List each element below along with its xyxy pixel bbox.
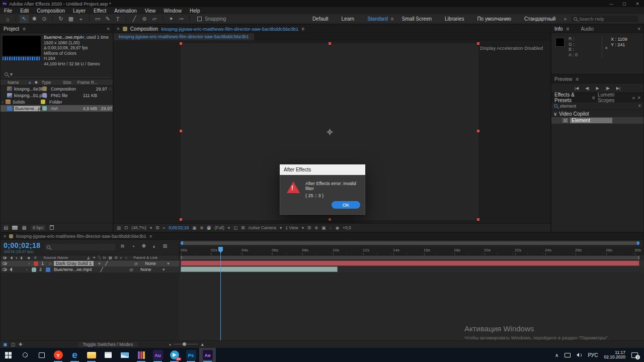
preview-panel-menu-icon[interactable]: ≡ — [576, 76, 579, 82]
menu-edit[interactable]: Edit — [16, 8, 33, 14]
resolution-dropdown[interactable]: (Full) — [214, 225, 224, 230]
parent-chevron-icon[interactable]: ▾ — [167, 261, 170, 266]
workspace-learn[interactable]: Learn — [342, 16, 368, 22]
layer-name[interactable]: Dark Gray Solid 1 — [54, 261, 94, 266]
menu-help[interactable]: Help — [186, 8, 204, 14]
help-search-box[interactable] — [572, 16, 638, 22]
interpret-footage-button[interactable]: ▤ — [4, 225, 8, 230]
enable-switches-icon[interactable]: ▣ — [3, 342, 8, 347]
label-chip[interactable] — [42, 93, 47, 98]
tab-composition-name[interactable]: kisspng-jigsaw-eric-matthews-film-direct… — [161, 26, 298, 32]
camera-dropdown[interactable]: Active Camera — [248, 225, 276, 230]
workspace-po-umolchaniyu[interactable]: По умолчанию — [477, 16, 524, 22]
hand-tool-icon[interactable]: ✱ — [30, 15, 39, 23]
close-button[interactable]: ✕ — [631, 0, 644, 7]
transparency-grid-icon[interactable]: ⊠ — [241, 225, 245, 230]
selection-handle[interactable] — [477, 42, 479, 45]
composition-mini-flowchart-icon[interactable]: ≋ — [120, 243, 125, 249]
selection-handle[interactable] — [329, 218, 331, 221]
enable-brainstorm-icon[interactable]: ✚ — [19, 342, 23, 347]
selection-handle[interactable] — [180, 130, 182, 132]
eye-icon[interactable] — [3, 262, 7, 265]
workspace-libraries[interactable]: Libraries — [445, 16, 477, 22]
effect-item-element[interactable]: Element — [570, 118, 612, 123]
anchor-switch-icon[interactable]: ✛ — [98, 261, 101, 266]
comp-panel-menu-icon[interactable]: ≡ — [301, 26, 304, 32]
taskbar-audition-button[interactable]: Au — [149, 348, 166, 362]
ok-button[interactable]: OK — [332, 201, 360, 209]
timeline-search-box[interactable] — [45, 244, 115, 250]
effects-search-input[interactable] — [560, 104, 635, 109]
tab-preview[interactable]: Preview — [554, 76, 573, 82]
timeline-zoom-slider[interactable] — [174, 344, 198, 344]
layer-bar-solid[interactable] — [181, 260, 639, 266]
network-icon[interactable] — [565, 353, 571, 357]
tab-timeline-comp[interactable]: kisspng-jigsaw-eric-matthews-film-direct… — [16, 234, 146, 239]
taskbar-search-button[interactable] — [17, 348, 33, 362]
taskbar-store-button[interactable] — [100, 348, 116, 362]
zoom-tool-icon[interactable]: ⊙ — [40, 15, 49, 23]
effects-panel-menu-icon[interactable]: ≡ — [592, 95, 595, 101]
menu-file[interactable]: File — [0, 8, 16, 14]
hide-shy-layers-icon[interactable]: ❖ — [141, 243, 146, 249]
pick-whip-icon[interactable]: @ — [129, 267, 133, 272]
layer-expand-icon[interactable]: › — [26, 267, 28, 272]
project-row-png[interactable]: kisspng...b1.png PNG file 111 KB — [1, 92, 113, 99]
timeline-panel-menu-icon[interactable]: ≡ — [149, 234, 152, 239]
tab-audio[interactable]: Audio — [581, 26, 594, 32]
magnification-dropdown-icon[interactable]: ▾ — [150, 225, 152, 230]
pen-tool-icon[interactable]: ✎ — [103, 15, 112, 23]
timeline-search-input[interactable] — [52, 245, 113, 250]
grid-guides-icon[interactable]: ⊞ — [155, 225, 159, 230]
navigator-end-handle[interactable] — [637, 241, 639, 245]
selection-handle[interactable] — [477, 130, 479, 132]
maximize-button[interactable]: ▢ — [618, 0, 631, 7]
comp-viewer[interactable]: Display Acceleration Disabled After Effe… — [114, 40, 550, 223]
info-panel-close-icon[interactable]: × — [637, 26, 640, 32]
start-button[interactable] — [0, 348, 17, 362]
search-help-input[interactable] — [579, 17, 636, 22]
new-folder-button[interactable] — [12, 226, 18, 230]
shape-tool-icon[interactable]: ▭ — [93, 15, 102, 23]
quality-switch[interactable]: ╱ — [101, 267, 103, 272]
snapshot-icon[interactable]: ▣ — [192, 225, 196, 230]
panel-overflow-icon[interactable]: » — [632, 95, 635, 101]
puppet-pin-tool-icon[interactable]: ⊸ — [177, 15, 186, 23]
effects-panel-close-icon[interactable]: × — [637, 95, 640, 101]
layer-row-2[interactable]: › 2 Выключе...не.mp4 ╱ @ None ▾ — [1, 266, 179, 273]
label-chip[interactable] — [42, 106, 47, 111]
taskbar-telegram-button[interactable]: 32 — [166, 348, 183, 362]
home-tool-icon[interactable]: ⌂ — [3, 15, 12, 23]
selection-handle[interactable] — [180, 42, 182, 45]
play-icon[interactable]: ▶ — [596, 86, 599, 90]
taskbar-aftereffects-button[interactable]: Ae — [199, 348, 216, 362]
project-row-avi[interactable]: Выключе...p4 AVI 4,9 MB 29,97 — [1, 105, 113, 112]
search-options-icon[interactable]: ▾ — [10, 71, 13, 77]
region-of-interest-icon[interactable]: ◱ — [233, 225, 237, 230]
workspace-standard[interactable]: Standard — [367, 16, 388, 22]
project-row-composition[interactable]: kisspng...6e3b1 Composition 29,97 ∴ — [1, 85, 113, 92]
clock[interactable]: 11:17 02.10.2020 — [604, 350, 625, 360]
quality-switch[interactable]: ╱ — [105, 261, 108, 266]
last-frame-icon[interactable]: ▶| — [616, 86, 620, 90]
volume-icon[interactable] — [577, 353, 582, 357]
workspace-small-screen[interactable]: Small Screen — [402, 16, 445, 22]
show-snapshot-icon[interactable]: ⊕ — [200, 225, 203, 230]
draft-3d-icon[interactable]: ◔ — [131, 243, 135, 249]
task-view-button[interactable] — [33, 348, 50, 362]
workspace-default[interactable]: Default — [312, 16, 342, 22]
menu-window[interactable]: Window — [159, 8, 186, 14]
exposure-value[interactable]: +0,0 — [343, 225, 351, 230]
selection-handle[interactable] — [477, 218, 479, 221]
project-search-box[interactable]: ▾ — [3, 71, 111, 77]
tab-composition-label[interactable]: Composition — [130, 26, 158, 32]
parent-dropdown[interactable]: None — [140, 267, 163, 272]
reset-exposure-icon[interactable]: ◉ — [336, 225, 339, 230]
anchor-point-icon[interactable] — [327, 129, 333, 135]
menu-view[interactable]: View — [141, 8, 160, 14]
enable-blend-icon[interactable]: ◫ — [11, 342, 16, 347]
taskbar-mail-button[interactable] — [116, 348, 133, 362]
comp-current-time[interactable]: 0;00;02;18 — [169, 225, 189, 230]
sort-ascending-icon[interactable]: ▲ — [28, 80, 32, 84]
taskbar-explorer-button[interactable] — [83, 348, 100, 362]
